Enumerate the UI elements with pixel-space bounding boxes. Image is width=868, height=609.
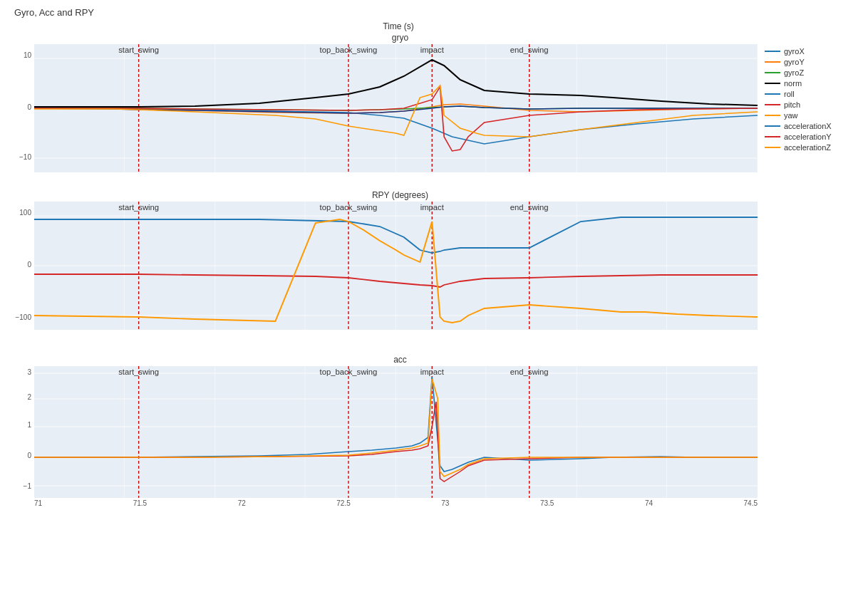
legend-line-gyroZ <box>765 72 780 73</box>
rpy-y-label-n100: −100 <box>15 313 31 321</box>
gyro-chart-title: gryo <box>43 33 758 43</box>
gyro-svg-container: 10 0 −10 <box>7 44 758 172</box>
x-tick-735: 73.5 <box>540 499 554 507</box>
rpy-chart-wrapper: RPY (degrees) 100 0 −100 <box>7 190 758 330</box>
legend-roll: roll <box>765 90 861 98</box>
svg-text:top_back_swing: top_back_swing <box>320 204 378 212</box>
gyro-chart-svg: start_swing top_back_swing impact end_sw… <box>34 44 758 172</box>
acc-y-label-2: 2 <box>27 393 31 401</box>
acc-chart-wrapper: acc 3 2 1 0 −1 <box>7 355 758 507</box>
charts-col: gryo 10 0 −10 <box>7 33 758 520</box>
acc-y-axis: 3 2 1 0 −1 <box>7 366 34 498</box>
legend: gyroX gyroY gyroZ norm roll pitch <box>758 33 861 520</box>
legend-accZ: accelerationZ <box>765 143 861 152</box>
svg-text:top_back_swing: top_back_swing <box>320 368 378 376</box>
acc-y-label-1: 1 <box>27 421 31 429</box>
rpy-y-axis: 100 0 −100 <box>7 202 34 330</box>
rpy-svg-container: 100 0 −100 <box>7 202 758 330</box>
legend-line-norm <box>765 83 780 84</box>
gyro-y-label-10: 10 <box>24 51 31 59</box>
legend-label-gyroZ: gyroZ <box>784 68 804 77</box>
gyro-y-label-0: 0 <box>27 103 31 111</box>
acc-chart-title: acc <box>43 355 758 365</box>
rpy-y-label-100: 100 <box>19 209 31 217</box>
main-container: Gyro, Acc and RPY Time (s) gryo 10 0 −10 <box>0 0 868 609</box>
acc-y-label-n1: −1 <box>24 482 31 490</box>
x-tick-725: 72.5 <box>336 499 350 507</box>
legend-accX: accelerationX <box>765 122 861 130</box>
legend-line-accX <box>765 125 780 127</box>
gyro-chart-wrapper: gryo 10 0 −10 <box>7 33 758 172</box>
svg-text:top_back_swing: top_back_swing <box>320 46 378 54</box>
legend-label-gyroX: gyroX <box>784 47 805 56</box>
acc-svg-container: 3 2 1 0 −1 <box>7 366 758 498</box>
legend-pitch: pitch <box>765 100 861 109</box>
legend-line-gyroY <box>765 61 780 63</box>
legend-line-pitch <box>765 104 780 105</box>
svg-text:start_swing: start_swing <box>118 368 159 376</box>
legend-yaw: yaw <box>765 111 861 120</box>
legend-line-roll <box>765 93 780 95</box>
legend-line-accZ <box>765 147 780 148</box>
legend-gyroX: gyroX <box>765 47 861 56</box>
legend-label-gyroY: gyroY <box>784 58 805 66</box>
x-tick-74: 74 <box>645 499 653 507</box>
legend-gyroY: gyroY <box>765 58 861 66</box>
x-tick-745: 74.5 <box>744 499 758 507</box>
x-tick-71: 71 <box>34 499 42 507</box>
legend-label-accZ: accelerationZ <box>784 143 831 152</box>
gyro-y-label-n10: −10 <box>19 153 31 161</box>
legend-label-yaw: yaw <box>784 111 798 120</box>
rpy-chart-title: RPY (degrees) <box>43 190 758 200</box>
legend-accY: accelerationY <box>765 132 861 141</box>
acc-y-label-0: 0 <box>27 452 31 459</box>
legend-label-pitch: pitch <box>784 100 800 109</box>
legend-line-accY <box>765 136 780 137</box>
svg-text:end_swing: end_swing <box>510 204 549 212</box>
x-axis-ticks: 71 71.5 72 72.5 73 73.5 74 74.5 <box>34 499 758 507</box>
svg-text:impact: impact <box>420 368 444 376</box>
acc-chart-svg: start_swing top_back_swing impact end_sw… <box>34 366 758 498</box>
legend-label-accY: accelerationY <box>784 132 832 141</box>
rpy-chart-svg: start_swing top_back_swing impact end_sw… <box>34 202 758 330</box>
svg-text:impact: impact <box>420 46 444 54</box>
legend-line-gyroX <box>765 51 780 52</box>
svg-text:start_swing: start_swing <box>118 46 159 54</box>
page-title: Gyro, Acc and RPY <box>14 7 861 18</box>
x-tick-715: 71.5 <box>133 499 147 507</box>
charts-area: gryo 10 0 −10 <box>7 33 861 520</box>
acc-y-label-3: 3 <box>27 368 31 376</box>
legend-norm: norm <box>765 79 861 88</box>
svg-text:end_swing: end_swing <box>510 46 549 54</box>
x-tick-73: 73 <box>441 499 449 507</box>
x-tick-72: 72 <box>238 499 246 507</box>
legend-gyroZ: gyroZ <box>765 68 861 77</box>
rpy-y-label-0: 0 <box>27 261 31 269</box>
legend-label-accX: accelerationX <box>784 122 832 130</box>
svg-text:impact: impact <box>420 204 444 212</box>
gyro-y-axis: 10 0 −10 <box>7 44 34 172</box>
legend-label-roll: roll <box>784 90 795 98</box>
svg-text:start_swing: start_swing <box>118 204 159 212</box>
legend-line-yaw <box>765 115 780 116</box>
svg-text:end_swing: end_swing <box>510 368 549 376</box>
legend-label-norm: norm <box>784 79 802 88</box>
x-axis-label: Time (s) <box>50 21 747 31</box>
